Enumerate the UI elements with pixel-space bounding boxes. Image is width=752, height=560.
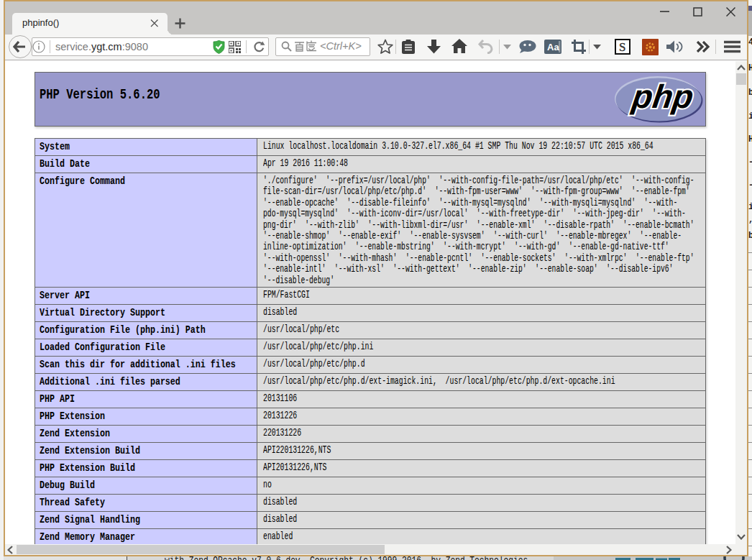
svg-text:php: php (628, 78, 696, 115)
svg-text:Aa: Aa (547, 42, 559, 52)
svg-text:S: S (619, 40, 625, 54)
